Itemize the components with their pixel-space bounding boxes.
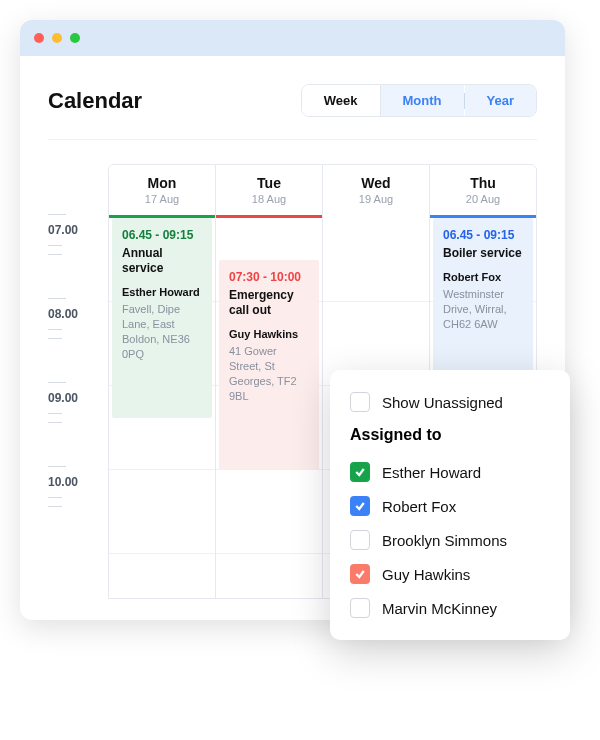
check-icon — [354, 500, 366, 512]
day-column-body[interactable]: 06.45 - 09:15 Annual service Esther Howa… — [109, 218, 216, 598]
event-time: 07:30 - 10:00 — [229, 270, 309, 284]
tick-icon — [48, 329, 62, 330]
checkbox-icon[interactable] — [350, 462, 370, 482]
time-axis: 07.00 08.00 09.00 — [48, 164, 108, 599]
event-time: 06.45 - 09:15 — [122, 228, 202, 242]
check-icon — [354, 466, 366, 478]
day-date: 18 Aug — [216, 193, 322, 205]
event-time: 06.45 - 09:15 — [443, 228, 523, 242]
page-title: Calendar — [48, 88, 142, 114]
tick-icon — [48, 254, 62, 255]
filter-show-unassigned[interactable]: Show Unassigned — [350, 392, 550, 412]
close-icon[interactable] — [34, 33, 44, 43]
event-assignee: Guy Hawkins — [229, 328, 309, 340]
day-header[interactable]: Mon 17 Aug — [109, 165, 215, 218]
time-slot: 10.00 — [48, 466, 108, 550]
checkbox-icon[interactable] — [350, 564, 370, 584]
filter-person-row[interactable]: Brooklyn Simmons — [350, 530, 550, 550]
view-toggle: Week Month Year — [301, 84, 537, 117]
tick-icon — [48, 466, 66, 467]
day-name: Wed — [323, 175, 429, 191]
time-label: 08.00 — [48, 307, 108, 321]
tick-icon — [48, 413, 62, 414]
day-date: 17 Aug — [109, 193, 215, 205]
checkbox-icon[interactable] — [350, 392, 370, 412]
checkbox-icon[interactable] — [350, 530, 370, 550]
event-title: Annual service — [122, 246, 202, 276]
tab-week[interactable]: Week — [302, 85, 381, 116]
event-card[interactable]: 07:30 - 10:00 Emergency call out Guy Haw… — [219, 260, 319, 470]
day-name: Thu — [430, 175, 536, 191]
filter-person-row[interactable]: Marvin McKinney — [350, 598, 550, 618]
tick-icon — [48, 422, 62, 423]
time-slot: 08.00 — [48, 298, 108, 382]
filter-label: Robert Fox — [382, 498, 456, 515]
time-slot: 09.00 — [48, 382, 108, 466]
filter-heading: Assigned to — [350, 426, 550, 444]
tick-icon — [48, 245, 62, 246]
event-title: Emergency call out — [229, 288, 309, 318]
event-assignee: Esther Howard — [122, 286, 202, 298]
tick-icon — [48, 338, 62, 339]
filter-person-row[interactable]: Esther Howard — [350, 462, 550, 482]
event-address: Favell, Dipe Lane, East Boldon, NE36 0PQ — [122, 302, 202, 361]
filter-label: Esther Howard — [382, 464, 481, 481]
tick-icon — [48, 298, 66, 299]
day-column: Mon 17 Aug — [109, 165, 216, 218]
event-title: Boiler service — [443, 246, 523, 261]
tick-icon — [48, 214, 66, 215]
filter-label: Show Unassigned — [382, 394, 503, 411]
event-address: Westminster Drive, Wirral, CH62 6AW — [443, 287, 523, 332]
day-name: Mon — [109, 175, 215, 191]
day-date: 20 Aug — [430, 193, 536, 205]
day-name: Tue — [216, 175, 322, 191]
day-header[interactable]: Thu 20 Aug — [430, 165, 536, 218]
tab-year[interactable]: Year — [465, 85, 536, 116]
check-icon — [354, 568, 366, 580]
day-headers: Mon 17 Aug Tue 18 Aug Wed 19 Aug — [109, 165, 536, 218]
day-header[interactable]: Wed 19 Aug — [323, 165, 429, 218]
filter-person-row[interactable]: Guy Hawkins — [350, 564, 550, 584]
day-column: Wed 19 Aug — [323, 165, 430, 218]
titlebar — [20, 20, 565, 56]
tick-icon — [48, 506, 62, 507]
divider — [48, 139, 537, 140]
day-column: Tue 18 Aug — [216, 165, 323, 218]
tab-month[interactable]: Month — [381, 85, 464, 116]
tick-icon — [48, 382, 66, 383]
day-column: Thu 20 Aug — [430, 165, 536, 218]
time-label: 10.00 — [48, 475, 108, 489]
event-address: 41 Gower Street, St Georges, TF2 9BL — [229, 344, 309, 403]
event-assignee: Robert Fox — [443, 271, 523, 283]
time-slot: 07.00 — [48, 214, 108, 298]
header: Calendar Week Month Year — [48, 84, 537, 117]
day-header[interactable]: Tue 18 Aug — [216, 165, 322, 218]
event-card[interactable]: 06.45 - 09:15 Annual service Esther Howa… — [112, 218, 212, 418]
checkbox-icon[interactable] — [350, 598, 370, 618]
day-column-body[interactable]: 07:30 - 10:00 Emergency call out Guy Haw… — [216, 218, 323, 598]
checkbox-icon[interactable] — [350, 496, 370, 516]
maximize-icon[interactable] — [70, 33, 80, 43]
day-date: 19 Aug — [323, 193, 429, 205]
minimize-icon[interactable] — [52, 33, 62, 43]
time-label: 09.00 — [48, 391, 108, 405]
filter-label: Guy Hawkins — [382, 566, 470, 583]
tick-icon — [48, 497, 62, 498]
time-label: 07.00 — [48, 223, 108, 237]
filter-label: Brooklyn Simmons — [382, 532, 507, 549]
filter-label: Marvin McKinney — [382, 600, 497, 617]
filter-person-row[interactable]: Robert Fox — [350, 496, 550, 516]
filter-panel: Show Unassigned Assigned to Esther Howar… — [330, 370, 570, 640]
